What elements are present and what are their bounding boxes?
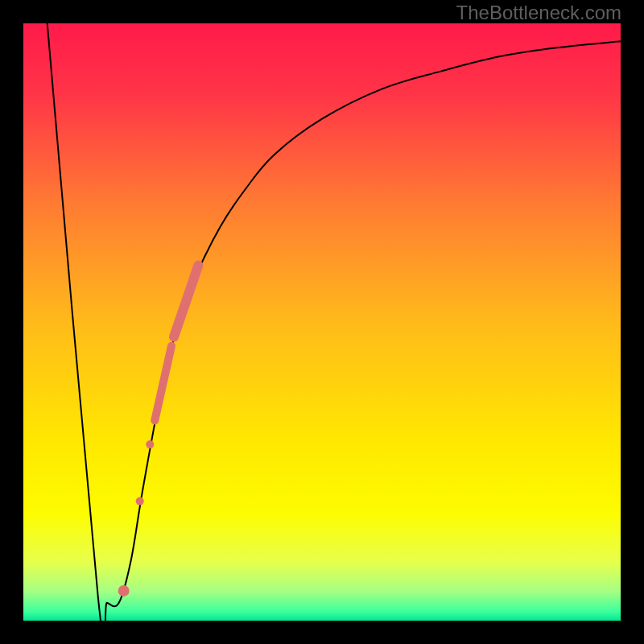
- chart-svg: [23, 23, 621, 621]
- dot-a: [146, 440, 154, 448]
- plot-area: [23, 23, 621, 621]
- chart-frame: TheBottleneck.com: [0, 0, 644, 644]
- dot-b: [136, 497, 144, 506]
- watermark-text: TheBottleneck.com: [456, 2, 621, 24]
- dot-c: [118, 585, 130, 597]
- gradient-background: [23, 23, 621, 621]
